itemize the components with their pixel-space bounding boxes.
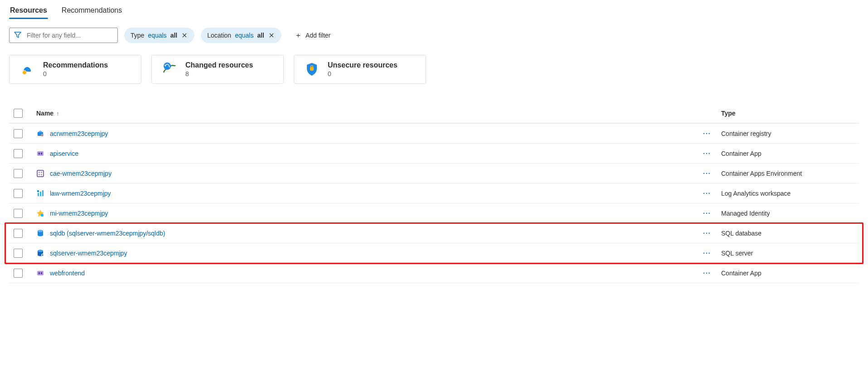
filter-icon (14, 31, 21, 40)
row-actions-button[interactable]: ··· (703, 250, 721, 257)
tabs-bar: Resources Recommendations (9, 2, 859, 19)
row-checkbox[interactable] (14, 169, 23, 178)
resource-type-icon (36, 209, 44, 217)
row-actions-button[interactable]: ··· (703, 190, 721, 197)
filter-chip-field: Location (207, 32, 231, 39)
select-all-checkbox[interactable] (14, 109, 23, 118)
filter-chip-value: all (257, 32, 264, 39)
sort-asc-icon: ↑ (56, 111, 59, 117)
row-checkbox[interactable] (14, 209, 23, 218)
tab-recommendations[interactable]: Recommendations (61, 2, 123, 19)
table-row: acrwmem23cepmjpy···Container registry (9, 124, 859, 144)
resource-link[interactable]: acrwmem23cepmjpy (50, 130, 108, 137)
add-filter-label: Add filter (305, 32, 330, 39)
card-title: Recommendations (43, 61, 108, 69)
row-checkbox[interactable] (14, 149, 23, 158)
row-actions-button[interactable]: ··· (703, 210, 721, 217)
resource-type-icon (36, 189, 44, 198)
remove-filter-icon[interactable] (181, 32, 188, 39)
resource-link[interactable]: law-wmem23cepmjpy (50, 190, 111, 197)
resource-link[interactable]: cae-wmem23cepmjpy (50, 170, 112, 177)
resource-link[interactable]: apiservice (50, 150, 78, 157)
resource-link[interactable]: mi-wmem23cepmjpy (50, 210, 108, 217)
row-actions-button[interactable]: ··· (703, 270, 721, 277)
table-row: apiservice···Container App (9, 144, 859, 164)
card-count: 8 (185, 70, 253, 77)
row-checkbox[interactable] (14, 229, 23, 238)
filter-chip-location[interactable]: Location equals all (201, 28, 281, 43)
svg-point-0 (23, 71, 27, 75)
card-count: 0 (328, 70, 398, 77)
tab-resources[interactable]: Resources (9, 2, 48, 19)
resource-type-icon (36, 229, 44, 237)
filter-chip-op: equals (235, 32, 253, 39)
table-row: law-wmem23cepmjpy···Log Analytics worksp… (9, 183, 859, 203)
table-row: cae-wmem23cepmjpy···Container Apps Envir… (9, 164, 859, 183)
card-recommendations[interactable]: Recommendations 0 (9, 55, 141, 84)
filter-chip-type[interactable]: Type equals all (124, 28, 194, 43)
filter-bar: Type equals all Location equals all ＋ Ad… (9, 28, 859, 43)
svg-point-1 (164, 63, 171, 70)
resource-type: Container Apps Environment (721, 170, 857, 177)
card-title: Changed resources (185, 61, 253, 69)
add-filter-button[interactable]: ＋ Add filter (288, 28, 337, 43)
resource-type: Log Analytics workspace (721, 190, 857, 197)
resource-link[interactable]: sqldb (sqlserver-wmem23cepmjpy/sqldb) (50, 230, 165, 237)
filter-chip-field: Type (131, 32, 144, 39)
filter-input-wrapper[interactable] (9, 28, 118, 43)
row-checkbox[interactable] (14, 249, 23, 258)
row-actions-button[interactable]: ··· (703, 150, 721, 157)
resource-type: Container registry (721, 130, 857, 137)
shield-icon (304, 62, 320, 77)
plus-icon: ＋ (295, 32, 302, 39)
resource-type: Container App (721, 150, 857, 157)
recommendations-icon (19, 62, 35, 77)
filter-input[interactable] (26, 31, 113, 39)
card-count: 0 (43, 70, 108, 77)
summary-cards: Recommendations 0 Changed resources 8 Un… (9, 55, 859, 84)
resource-type-icon (36, 269, 44, 277)
resource-type-icon (36, 130, 44, 138)
card-changed-resources[interactable]: Changed resources 8 (151, 55, 284, 84)
card-unsecure-resources[interactable]: Unsecure resources 0 (294, 55, 426, 84)
filter-chip-op: equals (148, 32, 166, 39)
table-row: webfrontend···Container App (9, 263, 859, 283)
resource-type: Managed Identity (721, 210, 857, 217)
column-header-name[interactable]: Name↑ (36, 110, 703, 117)
row-actions-button[interactable]: ··· (703, 170, 721, 177)
row-checkbox[interactable] (14, 129, 23, 138)
table-row: sqldb (sqlserver-wmem23cepmjpy/sqldb)···… (9, 223, 859, 243)
filter-chip-value: all (170, 32, 178, 39)
resource-type-icon (36, 249, 44, 257)
remove-filter-icon[interactable] (268, 32, 275, 39)
resource-type: SQL server (721, 250, 857, 257)
resource-type-icon (36, 149, 44, 158)
changed-icon (162, 62, 177, 77)
table-row: sqlserver-wmem23cepmjpy···SQL server (9, 243, 859, 263)
resource-link[interactable]: webfrontend (50, 270, 85, 277)
row-checkbox[interactable] (14, 269, 23, 278)
table-header: Name↑ Type (9, 104, 859, 124)
resources-table: Name↑ Type acrwmem23cepmjpy···Container … (9, 104, 859, 283)
row-actions-button[interactable]: ··· (703, 130, 721, 137)
row-checkbox[interactable] (14, 189, 23, 198)
table-row: mi-wmem23cepmjpy···Managed Identity (9, 203, 859, 223)
resource-type: SQL database (721, 230, 857, 237)
resource-link[interactable]: sqlserver-wmem23cepmjpy (50, 250, 127, 257)
card-title: Unsecure resources (328, 61, 398, 69)
row-actions-button[interactable]: ··· (703, 230, 721, 237)
column-header-type[interactable]: Type (721, 110, 857, 117)
resource-type-icon (36, 169, 44, 178)
resource-type: Container App (721, 270, 857, 277)
